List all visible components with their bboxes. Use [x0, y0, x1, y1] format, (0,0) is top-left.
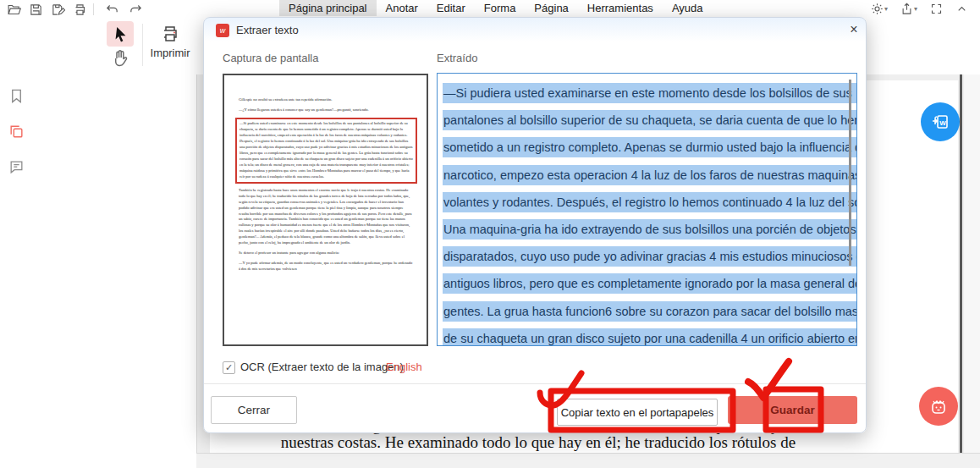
tab-pagina[interactable]: Página	[525, 0, 577, 16]
dialog-title: Extraer texto	[236, 24, 299, 36]
extracted-line: narcotico, empezo esta operacion 4 la lu…	[443, 165, 857, 185]
document-scrollbar-thumb[interactable]	[960, 74, 962, 468]
extracted-section-label: Extraído	[437, 52, 477, 64]
screenshot-paragraph-highlighted: —Si pudiera usted examinarse en este mom…	[239, 121, 413, 180]
save-as-icon[interactable]	[51, 3, 65, 17]
screenshot-preview: Gillespie no ocultó su extrañeza ante ta…	[223, 74, 428, 346]
hand-tool-button[interactable]	[111, 48, 131, 69]
tab-editar[interactable]: Editar	[427, 0, 475, 16]
screenshot-paragraph: Se detuvo el profesor un instante para a…	[239, 251, 414, 256]
screenshot-paragraph: También he registrado hasta hace unos mo…	[239, 188, 414, 247]
redo-icon[interactable]	[129, 3, 143, 17]
convert-to-word-button[interactable]: W	[921, 102, 960, 141]
ocr-selection-red-box: —Si pudiera usted examinarse en este mom…	[235, 118, 417, 184]
screenshot-paragraph: Gillespie no ocultó su extrañeza ante ta…	[239, 97, 414, 103]
tab-anotar[interactable]: Anotar	[377, 0, 427, 16]
status-bar	[196, 453, 980, 468]
comments-panel-icon[interactable]	[8, 159, 25, 175]
collapse-toolbar-icon[interactable]	[955, 3, 968, 15]
chevron-down-icon: ▾	[914, 5, 917, 13]
extracted-line: antiguos libros, pero que es completamen…	[443, 273, 857, 294]
ocr-language-link[interactable]: English	[386, 361, 422, 373]
theme-brightness-icon[interactable]: ▾	[871, 3, 888, 15]
bookmarks-panel-icon[interactable]	[8, 88, 25, 104]
open-file-icon[interactable]	[7, 3, 21, 17]
extracted-line: de su chaqueta un gran disco sujeto por …	[443, 328, 857, 346]
save-icon[interactable]	[29, 3, 43, 17]
quick-print-icon[interactable]	[73, 3, 87, 17]
toolbar-divider	[93, 3, 94, 15]
fullscreen-icon[interactable]	[930, 3, 943, 15]
extracted-line: sometido a un registro completo. Apenas …	[443, 137, 857, 157]
assistant-robot-button[interactable]	[919, 387, 958, 426]
cursor-arrow-icon	[113, 26, 128, 42]
tab-ayuda[interactable]: Ayuda	[663, 0, 713, 16]
extracted-text-scrollbar[interactable]	[849, 80, 851, 266]
pdf-app-window: Página principal Anotar Editar Forma Pág…	[0, 0, 980, 468]
chevron-down-icon: ▾	[884, 5, 888, 13]
thumbnails-panel-icon[interactable]	[8, 124, 25, 140]
extract-text-dialog-icon: w	[216, 24, 229, 37]
extract-text-dialog: w Extraer texto × Captura de pantalla Ex…	[203, 17, 867, 433]
menu-bar: Página principal Anotar Editar Forma Pág…	[279, 0, 713, 16]
print-tool-label: Imprimir	[146, 47, 195, 59]
document-scrollbar-track[interactable]	[964, 74, 980, 468]
window-controls: ▾ ▾	[871, 3, 968, 15]
close-dialog-button[interactable]: Cerrar	[211, 396, 297, 424]
tab-forma[interactable]: Forma	[475, 0, 526, 16]
extracted-line: pantalones al bolsillo superior de su ch…	[443, 110, 857, 130]
extracted-line: gentes. La grua hasta funcion6 sobre su …	[443, 301, 857, 322]
tab-herramientas[interactable]: Herramientas	[578, 0, 663, 16]
dialog-close-icon[interactable]: ×	[845, 21, 862, 38]
extracted-line: —Si pudiera usted examinarse en este mom…	[443, 83, 857, 103]
svg-text:W: W	[939, 119, 946, 127]
ocr-checkbox[interactable]: ✓	[223, 361, 235, 374]
extracted-line: Una maquina-gria ha ido extrayendo de su…	[443, 219, 857, 240]
screenshot-section-label: Captura de pantalla	[223, 52, 318, 64]
copy-to-clipboard-button[interactable]: Copiar texto en el portapapeles	[557, 399, 718, 426]
undo-icon[interactable]	[105, 3, 119, 17]
screenshot-paragraph: —Y yo pude afirmar además, de un modo co…	[239, 261, 414, 273]
extracted-text-area[interactable]: —Si pudiera usted examinarse en este mom…	[437, 73, 857, 346]
toolbar-divider	[142, 24, 143, 66]
dialog-footer-divider	[204, 383, 866, 384]
thumbnail-sidebar	[32, 74, 197, 468]
robot-icon	[927, 394, 950, 418]
share-export-icon[interactable]: ▾	[900, 3, 917, 15]
screenshot-paragraph: —¿Y cómo llegaron ustedes á conocer que …	[239, 107, 414, 113]
extracted-line: volantes y rodantes. Después, el registr…	[443, 192, 857, 212]
printer-icon	[159, 24, 181, 44]
print-tool-button[interactable]: Imprimir	[146, 24, 195, 59]
extracted-line: disparatados, cuyo uso pude yo adivinar …	[443, 246, 857, 267]
word-convert-icon: W	[929, 111, 951, 133]
select-tool-button[interactable]	[107, 21, 134, 47]
document-text-line: nuestras costas. He examinado todo lo qu…	[212, 433, 865, 452]
ocr-checkbox-label: OCR (Extraer texto de la imagen)	[240, 361, 404, 373]
save-button[interactable]: Guardar	[728, 396, 857, 424]
tab-pagina-principal[interactable]: Página principal	[279, 0, 377, 16]
